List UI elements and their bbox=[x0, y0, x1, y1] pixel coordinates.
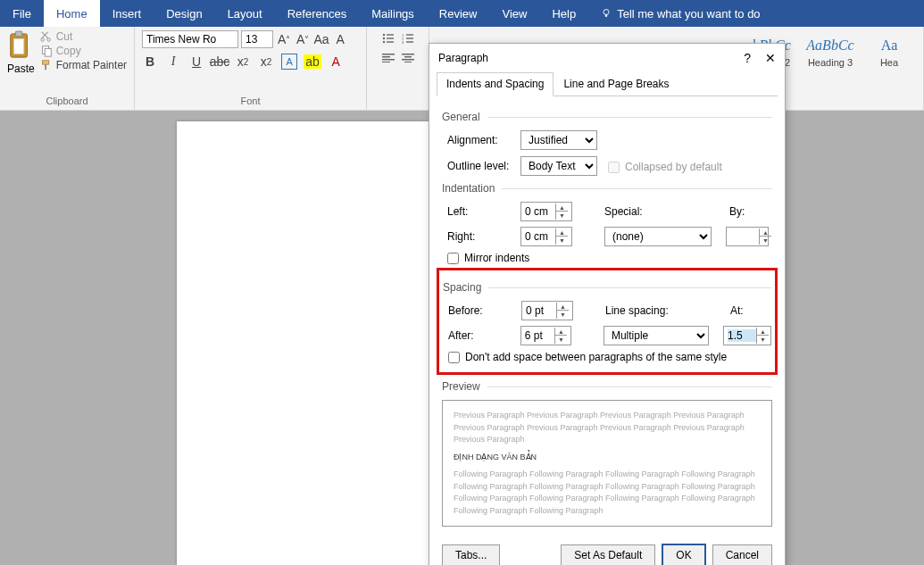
before-input[interactable] bbox=[526, 304, 554, 317]
bulb-icon bbox=[601, 8, 612, 19]
align-center-button[interactable] bbox=[399, 50, 417, 66]
svg-rect-16 bbox=[387, 41, 394, 42]
before-spinner[interactable]: ▲▼ bbox=[521, 301, 573, 320]
menubar: File Home Insert Design Layout Reference… bbox=[0, 0, 924, 27]
at-input[interactable] bbox=[728, 329, 756, 342]
svg-rect-22 bbox=[406, 41, 413, 42]
tellme-search[interactable]: Tell me what you want to do bbox=[588, 0, 772, 27]
tabs-button[interactable]: Tabs... bbox=[442, 544, 500, 565]
preview-prev: Previous Paragraph Previous Paragraph Pr… bbox=[454, 410, 761, 446]
svg-point-11 bbox=[382, 34, 384, 36]
cut-button[interactable]: Cut bbox=[40, 30, 127, 43]
label-linespacing: Line spacing: bbox=[605, 304, 686, 317]
dialog-close-button[interactable]: ✕ bbox=[765, 51, 776, 65]
tab-help[interactable]: Help bbox=[539, 0, 588, 27]
svg-rect-24 bbox=[382, 56, 390, 58]
left-indent-input[interactable] bbox=[525, 205, 554, 218]
dialog-tab-indents[interactable]: Indents and Spacing bbox=[437, 72, 554, 96]
style-heading4[interactable]: Aa Hea bbox=[862, 30, 916, 75]
cancel-button[interactable]: Cancel bbox=[712, 544, 772, 565]
section-general: General bbox=[442, 111, 772, 123]
style-heading3[interactable]: AaBbCc Heading 3 bbox=[803, 30, 857, 75]
label-collapsed: Collapsed by default bbox=[625, 161, 722, 173]
dontadd-checkbox[interactable] bbox=[448, 352, 460, 363]
tellme-label: Tell me what you want to do bbox=[617, 7, 760, 21]
svg-rect-12 bbox=[387, 34, 394, 35]
dialog-titlebar: Paragraph ? ✕ bbox=[429, 44, 785, 72]
bullets-button[interactable] bbox=[379, 30, 397, 46]
text-effects-button[interactable]: A bbox=[281, 54, 297, 70]
after-input[interactable] bbox=[525, 329, 554, 342]
tab-home[interactable]: Home bbox=[44, 0, 100, 27]
outline-select[interactable]: Body Text bbox=[520, 156, 597, 176]
after-spinner[interactable]: ▲▼ bbox=[520, 326, 571, 345]
font-color-button[interactable]: A bbox=[328, 54, 344, 70]
brush-icon bbox=[40, 59, 53, 71]
mirror-checkbox[interactable] bbox=[447, 253, 459, 264]
section-indentation: Indentation bbox=[442, 182, 772, 195]
copy-label: Copy bbox=[56, 45, 81, 57]
superscript-button[interactable]: x2 bbox=[258, 54, 274, 70]
set-default-button[interactable]: Set As Default bbox=[561, 544, 655, 565]
group-paragraph: 123 bbox=[367, 27, 429, 110]
tab-view[interactable]: View bbox=[489, 0, 539, 27]
svg-point-15 bbox=[382, 41, 384, 43]
group-font: A˄ A˅ Aa A B I U abc x2 x2 A ab A Font bbox=[135, 27, 367, 110]
italic-button[interactable]: I bbox=[165, 54, 181, 70]
clipboard-icon bbox=[7, 30, 34, 61]
font-name-input[interactable] bbox=[142, 30, 238, 48]
label-after: After: bbox=[443, 329, 513, 342]
svg-rect-20 bbox=[406, 37, 413, 38]
dialog-tab-linebreaks[interactable]: Line and Page Breaks bbox=[554, 72, 678, 96]
by-input[interactable] bbox=[730, 230, 759, 243]
numbering-button[interactable]: 123 bbox=[399, 30, 417, 46]
shrink-font-button[interactable]: A˅ bbox=[295, 31, 311, 47]
alignment-select[interactable]: Justified bbox=[520, 130, 597, 150]
subscript-button[interactable]: x2 bbox=[235, 54, 251, 70]
font-size-input[interactable] bbox=[241, 30, 273, 48]
tab-review[interactable]: Review bbox=[427, 0, 490, 27]
by-spinner[interactable]: ▲▼ bbox=[726, 227, 769, 246]
tab-references[interactable]: References bbox=[275, 0, 359, 27]
tab-file[interactable]: File bbox=[0, 0, 44, 27]
underline-button[interactable]: U bbox=[188, 54, 204, 70]
cut-label: Cut bbox=[56, 30, 73, 43]
svg-point-6 bbox=[47, 38, 51, 42]
label-mirror: Mirror indents bbox=[464, 252, 529, 264]
align-left-button[interactable] bbox=[379, 50, 397, 66]
dialog-title: Paragraph bbox=[438, 52, 488, 64]
strikethrough-button[interactable]: abc bbox=[212, 54, 228, 70]
svg-rect-29 bbox=[402, 59, 414, 61]
svg-rect-23 bbox=[382, 54, 395, 55]
bold-button[interactable]: B bbox=[142, 54, 158, 70]
format-painter-button[interactable]: Format Painter bbox=[40, 59, 127, 71]
change-case-button[interactable]: Aa bbox=[313, 31, 329, 47]
label-dontadd: Don't add space between paragraphs of th… bbox=[465, 351, 727, 363]
collapsed-checkbox bbox=[608, 162, 620, 173]
svg-rect-9 bbox=[42, 61, 48, 64]
linespacing-select[interactable]: Multiple bbox=[604, 326, 709, 345]
clear-formatting-button[interactable]: A bbox=[332, 31, 348, 47]
right-indent-input[interactable] bbox=[525, 230, 554, 243]
grow-font-button[interactable]: A˄ bbox=[276, 31, 292, 47]
svg-rect-8 bbox=[45, 48, 51, 56]
preview-sample: ĐỊNH DẠNG VĂN BẢN bbox=[454, 452, 761, 464]
paste-button[interactable]: Paste bbox=[7, 30, 35, 75]
tab-layout[interactable]: Layout bbox=[215, 0, 275, 27]
numbering-icon: 123 bbox=[402, 33, 414, 44]
left-indent-spinner[interactable]: ▲▼ bbox=[520, 202, 572, 221]
align-center-icon bbox=[402, 54, 414, 62]
svg-rect-26 bbox=[382, 62, 390, 62]
highlight-button[interactable]: ab bbox=[304, 54, 320, 70]
right-indent-spinner[interactable]: ▲▼ bbox=[520, 227, 572, 246]
dialog-help-button[interactable]: ? bbox=[744, 51, 751, 65]
copy-button[interactable]: Copy bbox=[40, 45, 127, 57]
ok-button[interactable]: OK bbox=[662, 544, 704, 565]
paste-label: Paste bbox=[7, 62, 35, 75]
tab-mailings[interactable]: Mailings bbox=[359, 0, 427, 27]
at-spinner[interactable]: ▲▼ bbox=[723, 326, 771, 345]
tab-insert[interactable]: Insert bbox=[100, 0, 154, 27]
special-select[interactable]: (none) bbox=[604, 227, 712, 246]
svg-text:3: 3 bbox=[402, 40, 404, 44]
tab-design[interactable]: Design bbox=[154, 0, 214, 27]
